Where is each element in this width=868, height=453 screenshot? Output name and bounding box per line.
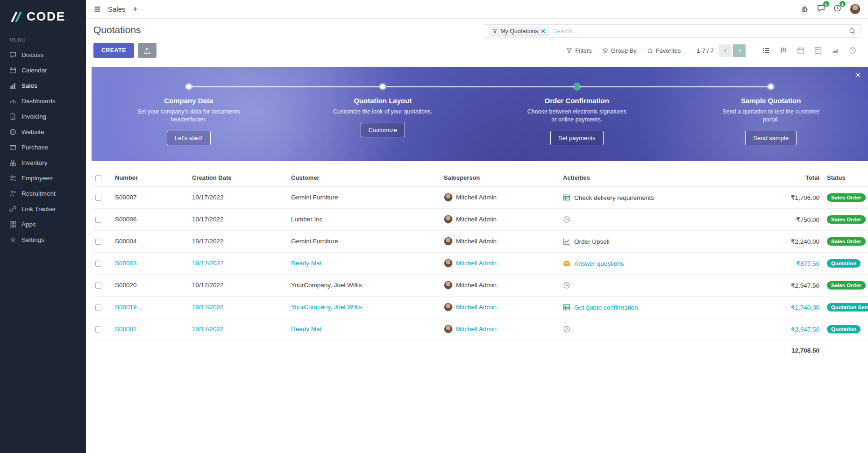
remove-facet-icon[interactable]: ✕ (541, 28, 546, 34)
column-header-creation-date[interactable]: Creation Date (191, 170, 290, 186)
table-header: Number Creation Date Customer Salesperso… (93, 170, 868, 186)
cell-status: Quotation (826, 318, 868, 340)
add-tab-icon[interactable] (132, 6, 138, 12)
column-header-status[interactable]: Status (826, 170, 868, 186)
step-title: Sample Quotation (690, 97, 853, 105)
sidebar-item-calendar[interactable]: Calendar (0, 63, 86, 78)
favorites-button[interactable]: Favorites (647, 47, 681, 54)
quotations-list: Number Creation Date Customer Salesperso… (93, 170, 868, 361)
view-calendar-button[interactable] (792, 44, 809, 57)
row-checkbox[interactable] (95, 195, 101, 201)
sidebar-item-purchase[interactable]: Purchase (0, 140, 86, 155)
calendar-icon (9, 67, 16, 74)
sidebar-item-label: Dashboards (21, 98, 56, 105)
sidebar-item-settings[interactable]: Settings (0, 232, 86, 248)
row-checkbox[interactable] (95, 217, 101, 223)
row-checkbox[interactable] (95, 239, 101, 245)
view-list-button[interactable] (758, 44, 774, 57)
step-dot-icon (574, 84, 579, 89)
user-avatar[interactable] (850, 4, 861, 14)
tasks-icon[interactable] (563, 304, 570, 311)
table-row[interactable]: S00004 10/17/2022 Gemini Furniture Mitch… (93, 230, 868, 252)
select-all-checkbox[interactable] (95, 175, 101, 181)
table-row[interactable]: S00003 10/17/2022 Ready Mat Mitchell Adm… (93, 252, 868, 274)
table-row[interactable]: S00020 10/17/2022 YourCompany, Joel Will… (93, 274, 868, 296)
step-description: Customize the look of your quotations. (331, 108, 434, 116)
salesperson-name: Mitchell Admin (456, 194, 497, 201)
sidebar-item-label: Link Tracker (21, 205, 56, 212)
sidebar-item-sales[interactable]: Sales (0, 78, 86, 93)
sidebar-item-employees[interactable]: Employees (0, 170, 86, 186)
sidebar-item-link-tracker[interactable]: Link Tracker (0, 201, 86, 217)
column-header-salesperson[interactable]: Salesperson (443, 170, 562, 186)
column-header-number[interactable]: Number (114, 170, 191, 186)
row-checkbox[interactable] (95, 326, 101, 333)
activities-button[interactable]: 1 (833, 4, 841, 14)
create-button[interactable]: CREATE (93, 43, 134, 58)
sidebar-item-recruitment[interactable]: Recruitment (0, 186, 86, 201)
sidebar-item-apps[interactable]: Apps (0, 217, 86, 232)
step-button-send-sample[interactable]: Send sample (745, 131, 797, 145)
column-header-activities[interactable]: Activities (562, 170, 715, 186)
export-button[interactable] (138, 43, 157, 58)
table-row[interactable]: S00006 10/17/2022 Lumber Inc Mitchell Ad… (93, 208, 868, 230)
onboarding-step-quotation-layout: Quotation Layout Customize the look of y… (286, 67, 480, 161)
search-facet[interactable]: My Quotations ✕ (489, 27, 549, 36)
view-activity-button[interactable] (844, 44, 861, 57)
sidebar-item-discuss[interactable]: Discuss (0, 47, 86, 63)
graph-view-icon (832, 47, 839, 54)
banner-close-button[interactable] (854, 71, 861, 78)
brand-logo[interactable]: CODE (0, 0, 86, 31)
tasks-icon[interactable] (563, 194, 570, 201)
invoicing-icon (9, 113, 16, 120)
table-row[interactable]: S00007 10/17/2022 Gemini Furniture Mitch… (93, 186, 868, 208)
step-description: Send a quotation to test the customer po… (719, 108, 822, 124)
search-input[interactable] (553, 28, 845, 35)
messages-button[interactable]: 5 (817, 4, 825, 14)
step-button-customize[interactable]: Customize (361, 123, 405, 137)
step-button-let-s-start[interactable]: Let's start! (167, 131, 211, 145)
settings-icon (9, 236, 16, 243)
menu-toggle-icon[interactable] (93, 5, 101, 13)
cell-status: Sales Order (826, 274, 868, 296)
pager-prev-button[interactable] (719, 44, 732, 57)
export-icon (143, 47, 150, 54)
search-icon[interactable] (849, 28, 856, 35)
sidebar-item-invoicing[interactable]: Invoicing (0, 109, 86, 124)
module-title[interactable]: Sales (108, 5, 126, 13)
row-checkbox[interactable] (95, 261, 101, 267)
cell-number: S00006 (114, 208, 191, 230)
chevron-left-icon (723, 48, 728, 53)
cell-customer: Ready Mat (290, 252, 443, 274)
cell-salesperson: Mitchell Admin (443, 274, 562, 296)
debug-icon[interactable] (801, 5, 809, 13)
cell-creation-date: 10/17/2022 (191, 274, 290, 296)
view-pivot-button[interactable] (810, 44, 826, 57)
table-row[interactable]: S00019 10/17/2022 YourCompany, Joel Will… (93, 296, 868, 318)
clock-icon[interactable] (563, 326, 570, 333)
mail-icon[interactable] (563, 260, 570, 267)
sidebar-item-website[interactable]: Website (0, 124, 86, 140)
pager-next-button[interactable] (733, 44, 746, 57)
list-view-icon (762, 47, 770, 54)
view-kanban-button[interactable] (775, 44, 791, 57)
clock-icon[interactable] (563, 216, 570, 223)
row-checkbox[interactable] (95, 283, 101, 289)
column-header-customer[interactable]: Customer (290, 170, 443, 186)
sidebar-item-label: Apps (21, 221, 36, 228)
column-header-total[interactable]: Total (715, 170, 826, 186)
recruitment-icon (9, 190, 16, 197)
table-row[interactable]: S00002 10/17/2022 Ready Mat Mitchell Adm… (93, 318, 868, 340)
filters-button[interactable]: Filters (566, 47, 591, 54)
groupby-button[interactable]: Group By (602, 47, 637, 54)
clock-icon[interactable] (563, 282, 570, 289)
chart-icon[interactable] (563, 238, 570, 245)
main-area: Sales 5 1 Quotations (86, 0, 868, 453)
view-graph-button[interactable] (827, 44, 843, 57)
step-button-set-payments[interactable]: Set payments (550, 131, 604, 145)
salesperson-avatar (444, 193, 453, 202)
row-checkbox[interactable] (95, 304, 101, 311)
sidebar-item-inventory[interactable]: Inventory (0, 155, 86, 170)
salesperson-name: Mitchell Admin (456, 216, 497, 223)
sidebar-item-dashboards[interactable]: Dashboards (0, 93, 86, 109)
